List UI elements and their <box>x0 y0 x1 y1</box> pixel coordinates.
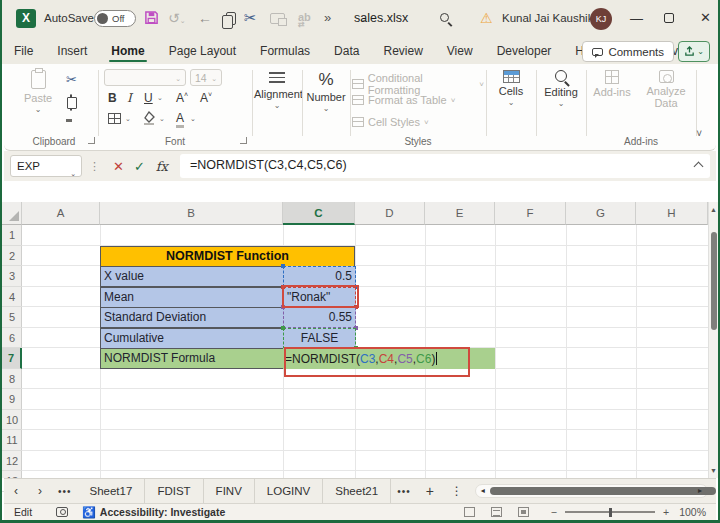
row-header-5[interactable]: 5 <box>2 307 22 328</box>
tab-file[interactable]: File <box>2 38 45 64</box>
row-header-1[interactable]: 1 <box>2 225 22 246</box>
alignment-button[interactable]: Alignment ⌄ <box>254 70 300 110</box>
tab-page-layout[interactable]: Page Layout <box>157 38 248 64</box>
number-button[interactable]: % Number ⌄ <box>304 70 348 113</box>
sheet-prev-icon[interactable]: ‹ <box>4 484 28 498</box>
row-header-11[interactable]: 11 <box>2 430 22 451</box>
tab-formulas[interactable]: Formulas <box>248 38 322 64</box>
editing-button[interactable]: Editing ⌄ <box>538 70 584 108</box>
scroll-up-icon[interactable]: ▲ <box>710 206 717 213</box>
share-button[interactable]: ⌄ <box>678 41 710 62</box>
tab-insert[interactable]: Insert <box>45 38 99 64</box>
expand-formula-bar-icon[interactable] <box>694 162 704 172</box>
macro-record-icon[interactable] <box>56 507 68 517</box>
page-break-view-icon[interactable] <box>518 507 529 517</box>
scroll-right-icon[interactable]: ▸ <box>698 486 702 495</box>
excel-logo-icon[interactable]: X <box>16 9 36 28</box>
cells-area[interactable]: NORMDIST Function X value Mean Standard … <box>22 225 708 478</box>
cancel-entry-icon[interactable]: ✕ <box>113 159 124 174</box>
row-header-7[interactable]: 7 <box>2 348 22 369</box>
col-header-a[interactable]: A <box>22 202 100 225</box>
normal-view-icon[interactable] <box>464 507 475 517</box>
cell-b7-label[interactable]: NORMDIST Formula <box>100 348 284 369</box>
col-header-b[interactable]: B <box>100 202 283 225</box>
row-header-10[interactable]: 10 <box>2 410 22 431</box>
select-all-corner[interactable] <box>2 202 22 225</box>
quick-access-overflow-icon[interactable]: » <box>324 10 331 25</box>
cut-icon[interactable]: ✂ <box>244 9 257 27</box>
borders-icon[interactable] <box>108 113 121 124</box>
document-title[interactable]: sales.xlsx⌄ <box>354 11 367 25</box>
font-color-icon[interactable]: A <box>176 112 184 128</box>
vertical-scroll-thumb[interactable] <box>711 232 717 330</box>
font-color-chevron-icon[interactable]: ⌄ <box>190 115 196 123</box>
vertical-scrollbar[interactable]: ▲ ▼ <box>708 202 718 478</box>
tab-developer[interactable]: Developer <box>485 38 564 64</box>
bold-button[interactable]: B <box>108 91 117 105</box>
borders-chevron-icon[interactable]: ⌄ <box>125 115 131 123</box>
copy-button[interactable] <box>70 94 72 111</box>
scroll-down-icon[interactable]: ▼ <box>710 467 717 474</box>
avatar[interactable]: KJ <box>590 8 612 30</box>
page-layout-view-icon[interactable] <box>491 507 502 517</box>
user-name[interactable]: Kunal Jai Kaushik <box>502 12 593 24</box>
col-header-e[interactable]: E <box>425 202 495 225</box>
zoom-out-icon[interactable]: − <box>551 506 557 518</box>
col-header-g[interactable]: G <box>566 202 636 225</box>
cell-b4-label[interactable]: Mean <box>100 287 284 308</box>
sheet-list-left-icon[interactable]: ••• <box>52 486 78 497</box>
back-arrow-icon[interactable]: ← <box>198 10 212 26</box>
accessibility-status[interactable]: ♿ Accessibility: Investigate <box>82 506 225 519</box>
cell-b2-title[interactable]: NORMDIST Function <box>100 246 355 267</box>
search-icon[interactable] <box>440 13 449 22</box>
name-box[interactable]: EXP⌄ <box>10 155 82 177</box>
scroll-left-icon[interactable]: ◂ <box>481 486 485 495</box>
row-header-3[interactable]: 3 <box>2 266 22 287</box>
row-header-12[interactable]: 12 <box>2 451 22 472</box>
row-header-4[interactable]: 4 <box>2 287 22 308</box>
italic-button[interactable]: I <box>127 91 132 105</box>
row-header-6[interactable]: 6 <box>2 328 22 349</box>
col-header-c[interactable]: C <box>283 202 355 225</box>
fill-color-chevron-icon[interactable]: ⌄ <box>159 115 165 123</box>
font-dialog-launcher-icon[interactable] <box>240 137 247 144</box>
cut-button[interactable]: ✂ <box>66 72 77 87</box>
confirm-entry-icon[interactable]: ✓ <box>134 159 145 174</box>
fill-color-icon[interactable] <box>142 111 156 128</box>
sheet-tab-finv[interactable]: FINV <box>204 479 255 503</box>
increase-font-button[interactable]: A˄ <box>176 91 188 105</box>
cell-b6-label[interactable]: Cumulative <box>100 328 284 349</box>
sheet-next-icon[interactable]: › <box>28 484 52 498</box>
undo-icon[interactable]: ↺⌄ <box>168 10 186 26</box>
sheet-tab-loginv[interactable]: LOGINV <box>255 479 323 503</box>
row-header-8[interactable]: 8 <box>2 369 22 390</box>
tab-data[interactable]: Data <box>322 38 371 64</box>
cell-c3-value[interactable]: 0.5 <box>283 266 356 287</box>
copy-icon[interactable] <box>226 12 236 25</box>
cell-c5-value[interactable]: 0.55 <box>283 307 356 328</box>
maximize-button[interactable] <box>664 13 674 23</box>
autosave-toggle[interactable]: Off <box>94 10 136 27</box>
zoom-slider[interactable] <box>565 511 655 512</box>
cell-b3-label[interactable]: X value <box>100 266 284 287</box>
close-button[interactable]: ✕ <box>700 10 711 25</box>
sheet-tab-sheet21[interactable]: Sheet21 <box>323 479 391 503</box>
horizontal-scrollbar[interactable]: ◂ ▸ <box>475 484 708 498</box>
comments-button[interactable]: Comments <box>582 41 674 62</box>
tab-view[interactable]: View <box>435 38 485 64</box>
sheet-list-right-icon[interactable]: ••• <box>391 486 417 497</box>
collapse-ribbon-icon[interactable]: ˅ <box>696 128 702 139</box>
cell-b5-label[interactable]: Standard Deviation <box>100 307 284 328</box>
zoom-slider-thumb[interactable] <box>609 508 612 517</box>
sheet-tab-fdist[interactable]: FDIST <box>145 479 203 503</box>
horizontal-scroll-thumb[interactable] <box>490 487 716 495</box>
clipboard-dialog-launcher-icon[interactable] <box>88 137 95 144</box>
col-header-d[interactable]: D <box>355 202 425 225</box>
formula-input[interactable]: =NORMDIST(C3,C4,C5,C6) <box>180 154 710 178</box>
sheet-options-icon[interactable]: ⋮ <box>443 484 471 498</box>
minimize-button[interactable]: — <box>630 11 643 26</box>
underline-button[interactable]: U <box>144 91 153 105</box>
sheet-tab-sheet17[interactable]: Sheet17 <box>78 479 146 503</box>
row-header-2[interactable]: 2 <box>2 246 22 267</box>
decrease-font-button[interactable]: A˅ <box>200 91 212 105</box>
